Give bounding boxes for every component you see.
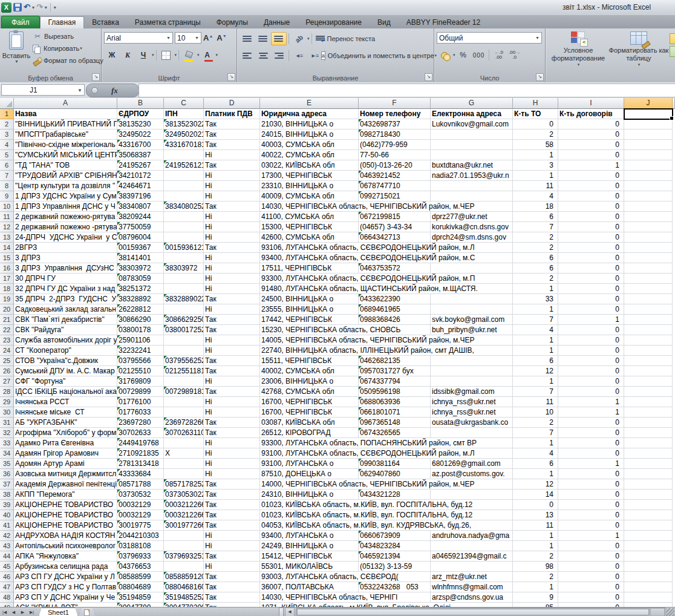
cell-A1[interactable]: Назва (14, 109, 117, 119)
cell-G48[interactable]: arzsp@cndsns.gov.ua (431, 592, 513, 603)
cell-G22[interactable]: buh_pribyn@ukr.net (431, 325, 513, 335)
cell-G47[interactable]: wlnhfmns@gmail.com (431, 582, 513, 592)
cell-C24[interactable] (164, 346, 204, 356)
cell-D8[interactable]: Ні (204, 181, 260, 191)
decrease-decimal-button[interactable]: .00→ .0 (507, 48, 523, 62)
row-header-17[interactable]: 17 (0, 274, 14, 284)
row-header-36[interactable]: 36 (0, 469, 14, 479)
cell-E14[interactable]: 93106, ЛУГАНСЬКА область, СЄВЄРОДОНЕЦЬКИ… (260, 243, 359, 253)
cell-G19[interactable] (431, 294, 513, 304)
cell-F6[interactable]: (050)-013-26-20 (359, 160, 431, 171)
cell-C9[interactable] (164, 191, 204, 202)
cell-E16[interactable]: 17511, ЧЕРНІГІВСЬК (260, 263, 359, 274)
cell-J45[interactable] (624, 562, 673, 572)
row-header-32[interactable]: 32 (0, 428, 14, 438)
cell-D36[interactable]: Ні (204, 469, 260, 479)
row-header-12[interactable]: 12 (0, 222, 14, 232)
fill-handle[interactable] (670, 116, 674, 120)
row-header-13[interactable]: 13 (0, 232, 14, 243)
cell-H25[interactable]: 6 (513, 356, 558, 366)
cell-J4[interactable] (624, 140, 673, 150)
cell-I27[interactable]: 0 (558, 376, 624, 387)
cell-A44[interactable]: АПКА "Янжуловка" (14, 551, 117, 562)
font-dialog-launcher[interactable] (227, 73, 235, 81)
cell-H3[interactable]: 2 (513, 129, 558, 140)
cell-B45[interactable]: 04376653 (117, 562, 164, 572)
next-sheet-button[interactable]: ▶ (18, 608, 27, 616)
cell-G30[interactable]: ichnya_rss@ukr.net (431, 407, 513, 418)
cut-button[interactable]: ✂Вырезать (33, 30, 103, 42)
cell-I1[interactable]: К-ть договорів (558, 109, 624, 119)
cell-E22[interactable]: 15230, ЧЕРНІГІВСЬКА область, СНОВСЬ (260, 325, 359, 335)
cell-I5[interactable]: 0 (558, 150, 624, 160)
cell-B30[interactable]: 01776033 (117, 407, 164, 418)
cell-I36[interactable]: 0 (558, 469, 624, 479)
cell-C11[interactable] (164, 212, 204, 222)
row-header-19[interactable]: 19 (0, 294, 14, 304)
cell-F7[interactable]: 0463921452 (359, 171, 431, 181)
cell-E43[interactable]: 24249, ВІННИЦЬКА о (260, 541, 359, 551)
cell-J22[interactable] (624, 325, 673, 335)
cell-J3[interactable] (624, 129, 673, 140)
cell-E34[interactable]: 93100, ЛУГАНСЬКА область, СЄВЄРОДОНЕЦЬКИ… (260, 448, 359, 459)
cell-D11[interactable]: Ні (204, 212, 260, 222)
cell-B39[interactable]: 00032129 (117, 500, 164, 510)
cell-J37[interactable] (624, 479, 673, 490)
cell-D18[interactable]: Ні (204, 284, 260, 294)
cell-J25[interactable] (624, 356, 673, 366)
cell-A22[interactable]: СВК "Райдуга" (14, 325, 117, 335)
align-center-button[interactable] (255, 49, 271, 62)
cell-D22[interactable]: Так (204, 325, 260, 335)
cell-I38[interactable]: 0 (558, 490, 624, 500)
cell-A39[interactable]: АКЦІОНЕРНЕ ТОВАРИСТВО (14, 500, 117, 510)
cell-I23[interactable]: 0 (558, 335, 624, 346)
cell-C47[interactable]: 08804681601 (164, 582, 204, 592)
cell-G32[interactable] (431, 428, 513, 438)
cell-H18[interactable]: 1 (513, 284, 558, 294)
cell-E44[interactable]: 15412, ЧЕРНІГІВСЬК (260, 551, 359, 562)
cell-I13[interactable]: 0 (558, 232, 624, 243)
cell-A2[interactable]: "ВІННИЦЬКИЙ ПРИВАТНИЙ Г (14, 119, 117, 129)
cell-I21[interactable]: 1 (558, 315, 624, 325)
cell-D35[interactable]: Ні (204, 459, 260, 469)
cell-D1[interactable]: Платник ПДВ (204, 109, 260, 119)
cell-F27[interactable]: 0674337794 (359, 376, 431, 387)
cell-A5[interactable]: "СУМСЬКИЙ МІСЬКИЙ ЦЕНТР (14, 150, 117, 160)
cell-A3[interactable]: "МПСП"Грабарівське" (14, 129, 117, 140)
cell-D34[interactable]: Ні (204, 448, 260, 459)
cell-B11[interactable]: 38209244 (117, 212, 164, 222)
cell-I15[interactable]: 0 (558, 253, 624, 263)
hscroll-thumb[interactable] (297, 609, 649, 615)
cell-H36[interactable]: 1 (513, 469, 558, 479)
cell-E31[interactable]: 03087, КИЇВСЬКА обл (260, 418, 359, 428)
name-box[interactable]: J1 (1, 84, 85, 96)
cell-B17[interactable]: 08783059 (117, 274, 164, 284)
cell-D48[interactable]: Так (204, 592, 260, 603)
copy-button[interactable]: Копировать▾ (33, 42, 103, 54)
cell-H15[interactable]: 6 (513, 253, 558, 263)
cell-H8[interactable]: 11 (513, 181, 558, 191)
cell-I14[interactable]: 0 (558, 243, 624, 253)
cell-I3[interactable]: 0 (558, 129, 624, 140)
cell-D9[interactable]: Ні (204, 191, 260, 202)
cell-D38[interactable]: Так (204, 490, 260, 500)
cell-D41[interactable]: Так (204, 520, 260, 531)
first-sheet-button[interactable]: |◀ (0, 608, 9, 616)
number-dialog-launcher[interactable] (536, 73, 544, 81)
cell-D16[interactable]: Ні (204, 263, 260, 274)
cell-G8[interactable] (431, 181, 513, 191)
cell-E6[interactable]: 03022, КИЇВСЬКА обл (260, 160, 359, 171)
cell-H45[interactable]: 98 (513, 562, 558, 572)
cell-A21[interactable]: СВК "Пам`яті декабристів" (14, 315, 117, 325)
cell-G36[interactable]: az.post@customs.gov. (431, 469, 513, 479)
row-header-37[interactable]: 37 (0, 479, 14, 490)
cell-I32[interactable]: 0 (558, 428, 624, 438)
cell-C23[interactable] (164, 335, 204, 346)
insert-worksheet-button[interactable] (79, 608, 95, 616)
cell-C42[interactable] (164, 531, 204, 541)
cell-B24[interactable]: 32232241 (117, 346, 164, 356)
cell-D26[interactable]: Так (204, 366, 260, 376)
cell-G4[interactable] (431, 140, 513, 150)
cell-J13[interactable] (624, 232, 673, 243)
cell-B7[interactable]: 34210172 (117, 171, 164, 181)
